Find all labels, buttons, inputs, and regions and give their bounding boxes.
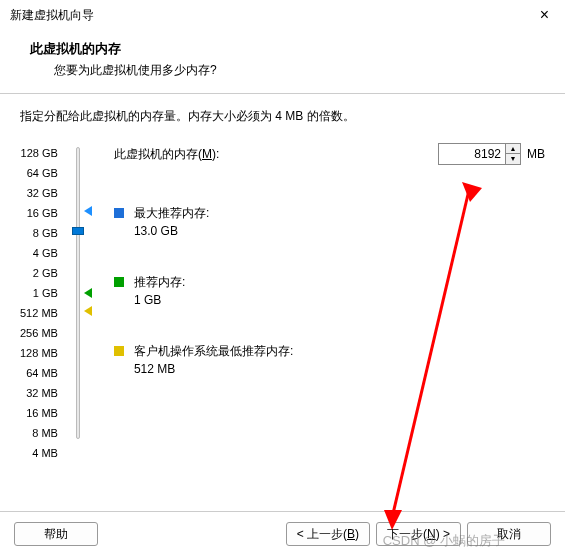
next-button[interactable]: 下一步(N) > [376, 522, 461, 546]
content-area: 指定分配给此虚拟机的内存量。内存大小必须为 4 MB 的倍数。 128 GB 6… [0, 94, 565, 473]
slider-track [76, 147, 80, 439]
page-subtitle: 您要为此虚拟机使用多少内存? [30, 62, 535, 79]
scale-label: 64 GB [20, 163, 58, 183]
scale-label: 16 MB [20, 403, 58, 423]
scale-label: 2 GB [20, 263, 58, 283]
spin-down-icon[interactable]: ▼ [506, 154, 520, 164]
back-button[interactable]: < 上一步(B) [286, 522, 370, 546]
max-marker-icon [84, 206, 92, 216]
green-square-icon [114, 277, 124, 287]
scale-label: 128 MB [20, 343, 58, 363]
spin-up-icon[interactable]: ▲ [506, 144, 520, 154]
titlebar: 新建虚拟机向导 × [0, 0, 565, 30]
scale-label: 4 MB [20, 443, 58, 463]
scale-label: 32 GB [20, 183, 58, 203]
scale-label: 512 MB [20, 303, 58, 323]
blue-square-icon [114, 208, 124, 218]
scale-labels: 128 GB 64 GB 32 GB 16 GB 8 GB 4 GB 2 GB … [20, 143, 64, 463]
close-icon[interactable]: × [534, 6, 555, 24]
scale-label: 1 GB [20, 283, 58, 303]
scale-label: 128 GB [20, 143, 58, 163]
memory-config: 128 GB 64 GB 32 GB 16 GB 8 GB 4 GB 2 GB … [20, 143, 545, 463]
min-label: 客户机操作系统最低推荐内存: [134, 343, 293, 360]
cancel-button[interactable]: 取消 [467, 522, 551, 546]
right-column: 此虚拟机的内存(M): ▲ ▼ MB 最大推荐内存: 13.0 GB [94, 143, 545, 463]
slider-column: 128 GB 64 GB 32 GB 16 GB 8 GB 4 GB 2 GB … [20, 143, 94, 463]
page-title: 此虚拟机的内存 [30, 40, 535, 58]
scale-label: 8 MB [20, 423, 58, 443]
rec-marker-icon [84, 288, 92, 298]
min-marker-icon [84, 306, 92, 316]
min-value: 512 MB [134, 362, 293, 376]
footer: 帮助 < 上一步(B) 下一步(N) > 取消 [0, 511, 565, 556]
help-button[interactable]: 帮助 [14, 522, 98, 546]
spinner-buttons: ▲ ▼ [506, 143, 521, 165]
window-title: 新建虚拟机向导 [10, 7, 94, 24]
max-label: 最大推荐内存: [134, 205, 209, 222]
memory-label: 此虚拟机的内存(M): [114, 146, 438, 163]
rec-recommendation: 推荐内存: 1 GB [114, 274, 545, 307]
yellow-square-icon [114, 346, 124, 356]
memory-unit: MB [527, 147, 545, 161]
rec-label: 推荐内存: [134, 274, 185, 291]
scale-label: 16 GB [20, 203, 58, 223]
wizard-header: 此虚拟机的内存 您要为此虚拟机使用多少内存? [0, 30, 565, 93]
instruction-text: 指定分配给此虚拟机的内存量。内存大小必须为 4 MB 的倍数。 [20, 108, 545, 125]
scale-label: 256 MB [20, 323, 58, 343]
scale-label: 32 MB [20, 383, 58, 403]
scale-label: 4 GB [20, 243, 58, 263]
max-recommendation: 最大推荐内存: 13.0 GB [114, 205, 545, 238]
memory-slider[interactable] [64, 143, 94, 443]
memory-input[interactable] [438, 143, 506, 165]
memory-spinner: ▲ ▼ [438, 143, 521, 165]
rec-value: 1 GB [134, 293, 185, 307]
max-value: 13.0 GB [134, 224, 209, 238]
scale-label: 64 MB [20, 363, 58, 383]
slider-thumb[interactable] [72, 227, 84, 235]
min-recommendation: 客户机操作系统最低推荐内存: 512 MB [114, 343, 545, 376]
memory-input-row: 此虚拟机的内存(M): ▲ ▼ MB [114, 143, 545, 165]
scale-label: 8 GB [20, 223, 58, 243]
